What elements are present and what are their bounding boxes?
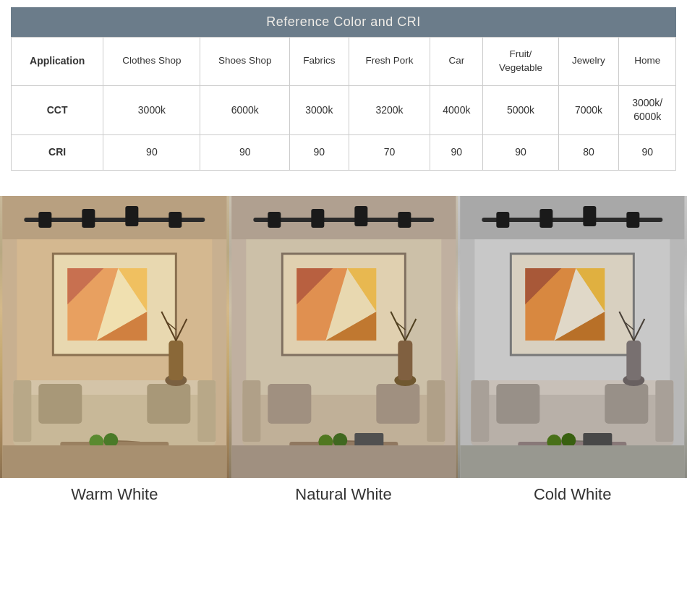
cold-white-item: Cold White (458, 196, 687, 518)
svg-rect-17 (13, 380, 31, 442)
cri-car: 90 (430, 134, 483, 170)
svg-rect-67 (231, 445, 456, 478)
header-car: Car (430, 38, 483, 86)
header-application: Application (12, 38, 103, 86)
page-container: Reference Color and CRI Application Clot… (0, 0, 687, 518)
svg-rect-4 (82, 209, 95, 228)
svg-rect-98 (627, 341, 641, 380)
svg-rect-28 (168, 341, 183, 380)
svg-rect-52 (268, 384, 311, 424)
images-section: Warm White (0, 185, 687, 518)
svg-rect-71 (497, 212, 510, 228)
svg-rect-86 (656, 380, 674, 442)
cct-fabrics: 3000k (289, 85, 349, 134)
header-row: Application Clothes Shop Shoes Shop Fabr… (12, 38, 676, 86)
svg-rect-3 (38, 212, 51, 228)
natural-white-label-container: Natural White (229, 478, 458, 518)
header-fabrics: Fabrics (289, 38, 349, 86)
natural-white-image (229, 196, 458, 478)
cri-fabrics: 90 (289, 134, 349, 170)
header-fruit-vegetable: Fruit/ Vegetable (483, 38, 558, 86)
natural-white-label: Natural White (295, 485, 391, 503)
svg-rect-19 (38, 384, 82, 424)
svg-rect-102 (461, 445, 685, 478)
warm-white-label-container: Warm White (0, 478, 229, 518)
svg-rect-63 (398, 341, 412, 380)
svg-rect-32 (2, 445, 226, 478)
table-section: Reference Color and CRI Application Clot… (0, 0, 687, 185)
svg-rect-18 (197, 380, 216, 442)
svg-rect-53 (376, 384, 419, 424)
svg-rect-74 (627, 212, 640, 228)
cct-row: CCT 3000k 6000k 3000k 3200k 4000k 5000k … (12, 85, 676, 134)
cold-white-image (458, 196, 687, 478)
header-shoes-shop: Shoes Shop (200, 38, 289, 86)
svg-rect-39 (398, 212, 411, 228)
cold-white-label: Cold White (534, 485, 612, 503)
svg-rect-87 (497, 384, 540, 424)
cri-clothes-shop: 90 (103, 134, 200, 170)
svg-rect-88 (605, 384, 649, 424)
svg-rect-85 (471, 380, 490, 442)
warm-white-item: Warm White (0, 196, 229, 518)
cct-jewelry: 7000k (558, 85, 619, 134)
cct-car: 4000k (430, 85, 483, 134)
header-clothes-shop: Clothes Shop (103, 38, 200, 86)
cri-jewelry: 80 (558, 134, 619, 170)
natural-white-item: Natural White (229, 196, 458, 518)
svg-rect-38 (354, 206, 367, 226)
cri-shoes-shop: 90 (200, 134, 289, 170)
svg-rect-6 (168, 212, 182, 228)
cct-fruit-vegetable: 5000k (483, 85, 558, 134)
svg-rect-5 (125, 206, 138, 226)
cri-label: CRI (12, 134, 103, 170)
svg-rect-50 (242, 380, 260, 442)
svg-rect-37 (311, 209, 324, 228)
cri-home: 90 (619, 134, 676, 170)
cct-clothes-shop: 3000k (103, 85, 200, 134)
cct-shoes-shop: 6000k (200, 85, 289, 134)
svg-rect-73 (584, 206, 597, 226)
cold-white-label-container: Cold White (458, 478, 687, 518)
table-title: Reference Color and CRI (11, 7, 676, 37)
cct-label: CCT (12, 85, 103, 134)
svg-rect-72 (540, 209, 553, 228)
warm-white-label: Warm White (71, 485, 158, 503)
header-home: Home (619, 38, 676, 86)
cri-row: CRI 90 90 90 70 90 90 80 90 (12, 134, 676, 170)
svg-rect-20 (147, 384, 190, 424)
header-fresh-pork: Fresh Pork (349, 38, 430, 86)
cri-fruit-vegetable: 90 (483, 134, 558, 170)
svg-rect-51 (427, 380, 445, 442)
reference-table: Application Clothes Shop Shoes Shop Fabr… (11, 37, 676, 171)
header-jewelry: Jewelry (558, 38, 619, 86)
warm-white-image (0, 196, 229, 478)
cri-fresh-pork: 70 (349, 134, 430, 170)
svg-rect-36 (268, 212, 281, 228)
cct-home: 3000k/ 6000k (619, 85, 676, 134)
cct-fresh-pork: 3200k (349, 85, 430, 134)
